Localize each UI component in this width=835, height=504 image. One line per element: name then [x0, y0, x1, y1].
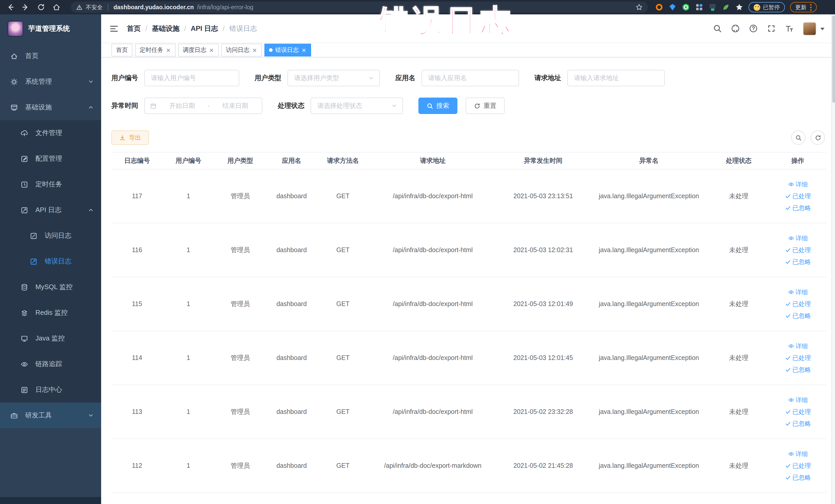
detail-link[interactable]: 详细 [788, 180, 808, 189]
sidebar-item-scheduled-jobs[interactable]: 定时任务 [0, 172, 101, 197]
close-icon[interactable] [301, 47, 306, 53]
export-button[interactable]: 导出 [111, 130, 149, 145]
mark-processed-link[interactable]: 已处理 [785, 300, 811, 308]
mark-ignored-link[interactable]: 已忽略 [785, 365, 811, 374]
cell-status: 未处理 [708, 223, 770, 277]
request-url-input[interactable] [567, 70, 665, 86]
detail-link[interactable]: 详细 [788, 449, 808, 458]
mark-processed-link[interactable]: 已处理 [785, 246, 811, 255]
eye-icon [21, 360, 28, 368]
process-status-select[interactable]: 请选择处理状态 [311, 98, 403, 114]
sidebar-item-log-center[interactable]: 日志中心 [0, 377, 101, 403]
browser-home-icon[interactable] [53, 3, 61, 11]
mark-processed-link[interactable]: 已处理 [785, 461, 811, 470]
close-icon[interactable] [166, 47, 171, 53]
sidebar-item-dev-tools[interactable]: 研发工具 [0, 403, 101, 428]
sidebar-item-redis-monitor[interactable]: Redis 监控 [0, 300, 101, 326]
tab-schedule-log[interactable]: 调度日志 [178, 44, 219, 57]
mark-ignored-link[interactable]: 已忽略 [785, 258, 811, 266]
refresh-table-button[interactable] [811, 130, 825, 145]
reset-button[interactable]: 重置 [466, 98, 505, 114]
tab-scheduled-jobs[interactable]: 定时任务 [135, 44, 176, 57]
mark-ignored-link[interactable]: 已忽略 [785, 311, 811, 320]
bookmark-star-icon[interactable] [635, 4, 643, 11]
column-header: 应用名 [266, 153, 317, 169]
user-type-select[interactable]: 请选择用户类型 [287, 70, 380, 86]
extension-green-circle-icon[interactable] [682, 3, 690, 11]
detail-link[interactable]: 详细 [788, 234, 808, 243]
sidebar-item-home[interactable]: 首页 [0, 43, 101, 69]
mark-ignored-link[interactable]: 已忽略 [785, 204, 811, 212]
date-range-picker[interactable]: 开始日期 - 结束日期 [144, 98, 262, 114]
sidebar-collapse-bar[interactable] [0, 497, 101, 504]
extension-paused-badge[interactable]: 已暂停 [749, 2, 785, 12]
tab-error-log[interactable]: 错误日志 [264, 44, 311, 57]
mark-processed-link[interactable]: 已处理 [785, 407, 811, 416]
toggle-search-button[interactable] [791, 130, 806, 145]
sidebar-item-mysql-monitor[interactable]: MySQL 监控 [0, 274, 101, 300]
tab-access-log[interactable]: 访问日志 [221, 44, 262, 57]
cell-time: 2021-05-03 12:02:31 [496, 223, 590, 277]
mark-ignored-link[interactable]: 已忽略 [785, 419, 811, 428]
mark-processed-link[interactable]: 已处理 [785, 354, 811, 362]
page-scrollbar[interactable] [831, 14, 835, 504]
font-size-icon[interactable] [785, 24, 794, 33]
detail-link[interactable]: 详细 [788, 288, 808, 297]
tab-home[interactable]: 首页 [111, 44, 133, 57]
breadcrumb-home[interactable]: 首页 [127, 24, 141, 33]
window-shell: 芋道管理系统 首页 系统管理 [0, 14, 835, 504]
hamburger-icon[interactable] [109, 24, 119, 33]
select-placeholder: 请选择用户类型 [294, 74, 364, 82]
sidebar-item-label: 系统管理 [25, 77, 88, 86]
sidebar-item-access-log[interactable]: 访问日志 [0, 223, 101, 248]
search-button[interactable]: 搜索 [419, 98, 457, 114]
user-menu[interactable] [803, 22, 825, 35]
sidebar-item-error-log[interactable]: 错误日志 [0, 248, 101, 274]
cell-time: 2021-05-03 12:01:49 [496, 277, 590, 331]
sidebar-item-label: 研发工具 [25, 411, 88, 420]
breadcrumb-api-log[interactable]: API 日志 [191, 24, 218, 33]
browser-reload-icon[interactable] [37, 3, 45, 11]
table-header-row: 日志编号 用户编号 用户类型 应用名 请求方法名 请求地址 异常发生时间 异常名… [111, 153, 826, 169]
scrollbar-thumb[interactable] [832, 15, 835, 103]
search-icon[interactable] [713, 24, 722, 33]
cell-time: 2021-05-03 23:13:51 [496, 169, 590, 223]
mark-processed-link[interactable]: 已处理 [785, 192, 811, 201]
browser-back-icon[interactable] [6, 3, 14, 11]
extension-dark-off-icon[interactable] [709, 3, 717, 11]
extension-blue-icon[interactable] [668, 3, 677, 11]
help-icon[interactable] [749, 24, 758, 33]
reset-button-label: 重置 [484, 101, 496, 110]
sidebar-logo[interactable]: 芋道管理系统 [0, 14, 101, 43]
breadcrumb-infrastructure[interactable]: 基础设施 [152, 24, 180, 33]
sidebar-item-api-log[interactable]: API 日志 [0, 197, 101, 223]
address-bar[interactable]: 不安全 dashboard.yudao.iocoder.cn/infra/log… [71, 2, 648, 13]
cell-exception: java.lang.IllegalArgumentException [590, 169, 708, 223]
column-header: 处理状态 [708, 153, 770, 169]
sidebar-item-infrastructure[interactable]: 基础设施 [0, 95, 101, 120]
browser-forward-icon[interactable] [22, 3, 30, 11]
tab-label: 错误日志 [275, 46, 299, 54]
fullscreen-icon[interactable] [767, 24, 776, 33]
sidebar-item-system-management[interactable]: 系统管理 [0, 69, 101, 95]
sidebar-item-file-management[interactable]: 文件管理 [0, 120, 101, 146]
detail-link[interactable]: 详细 [788, 342, 808, 350]
mark-ignored-link[interactable]: 已忽略 [785, 473, 811, 482]
github-icon[interactable] [731, 24, 740, 33]
browser-extensions: 已暂停 更新 [655, 2, 817, 12]
close-icon[interactable] [252, 47, 257, 53]
extension-grid-icon[interactable] [695, 3, 703, 11]
detail-link[interactable]: 详细 [788, 396, 808, 404]
cell-exception: java.lang.IllegalArgumentException [590, 385, 708, 439]
sidebar-item-java-monitor[interactable]: Java 监控 [0, 326, 101, 351]
app-name-input[interactable] [422, 70, 519, 86]
user-id-input[interactable] [144, 70, 239, 86]
sidebar-item-trace[interactable]: 链路追踪 [0, 351, 101, 377]
sidebar-item-config-management[interactable]: 配置管理 [0, 146, 101, 172]
extension-leaf-icon[interactable] [722, 3, 730, 11]
extension-star-icon[interactable] [735, 3, 744, 11]
close-icon[interactable] [209, 47, 214, 53]
extension-orange-icon[interactable] [655, 3, 663, 11]
browser-update-button[interactable]: 更新 [790, 2, 817, 12]
sidebar-item-label: 链路追踪 [36, 360, 94, 369]
